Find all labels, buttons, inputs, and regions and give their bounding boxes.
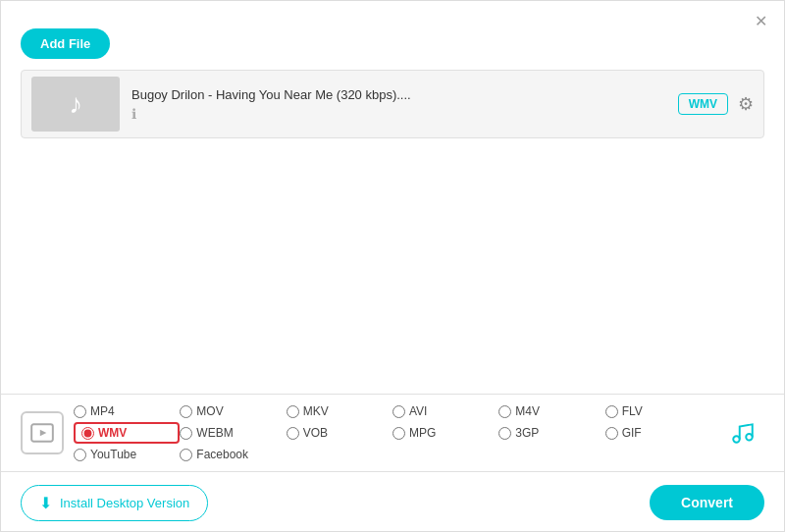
svg-marker-1 — [40, 430, 47, 437]
format-avi[interactable]: AVI — [392, 404, 498, 418]
format-mkv[interactable]: MKV — [287, 404, 392, 418]
svg-point-2 — [733, 436, 740, 443]
close-button[interactable]: ✕ — [751, 11, 770, 30]
format-mov[interactable]: MOV — [180, 404, 286, 418]
format-facebook[interactable]: Facebook — [180, 448, 286, 461]
download-icon: ⬇ — [39, 494, 52, 512]
file-info: Bugoy Drilon - Having You Near Me (320 k… — [131, 87, 678, 122]
file-list: ♪ Bugoy Drilon - Having You Near Me (320… — [21, 70, 764, 403]
format-3gp[interactable]: 3GP — [498, 426, 604, 440]
format-flv[interactable]: FLV — [605, 404, 711, 418]
format-gif[interactable]: GIF — [605, 426, 711, 440]
format-webm[interactable]: WEBM — [180, 426, 286, 440]
audio-format-icon[interactable] — [721, 411, 764, 454]
info-icon[interactable]: ℹ — [131, 106, 678, 122]
format-badge[interactable]: WMV — [678, 93, 728, 115]
format-mp4[interactable]: MP4 — [74, 404, 180, 418]
add-file-button[interactable]: Add File — [21, 28, 110, 59]
format-youtube[interactable]: YouTube — [74, 448, 180, 461]
install-desktop-button[interactable]: ⬇ Install Desktop Version — [21, 485, 208, 521]
format-options: MP4 MOV MKV AVI M4V FLV WMV WEBM VOB — [74, 404, 711, 461]
settings-icon[interactable]: ⚙ — [738, 93, 754, 115]
format-bar: MP4 MOV MKV AVI M4V FLV WMV WEBM VOB — [1, 394, 784, 472]
svg-point-3 — [746, 434, 753, 441]
format-vob[interactable]: VOB — [287, 426, 392, 440]
footer: ⬇ Install Desktop Version Convert — [1, 474, 784, 531]
video-format-icon[interactable] — [21, 411, 64, 454]
music-icon: ♪ — [69, 88, 82, 120]
file-item: ♪ Bugoy Drilon - Having You Near Me (320… — [21, 70, 764, 138]
format-wmv-selected[interactable]: WMV — [74, 422, 180, 444]
format-mpg[interactable]: MPG — [392, 426, 498, 440]
format-m4v[interactable]: M4V — [498, 404, 604, 418]
file-actions: WMV ⚙ — [678, 93, 754, 115]
install-label: Install Desktop Version — [60, 496, 189, 510]
convert-button[interactable]: Convert — [650, 485, 764, 520]
file-name: Bugoy Drilon - Having You Near Me (320 k… — [131, 87, 573, 102]
file-thumbnail: ♪ — [31, 77, 120, 132]
